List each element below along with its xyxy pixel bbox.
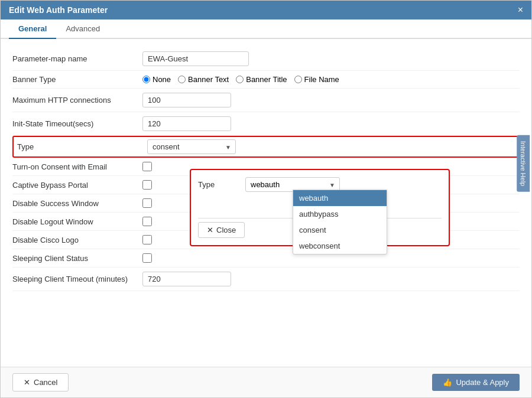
cancel-label: Cancel	[34, 378, 57, 387]
interactive-help-label[interactable]: Interactive Help	[517, 135, 530, 192]
disable-cisco-label: Disable Cisco Logo	[12, 236, 142, 244]
modal-title: Edit Web Auth Parameter	[9, 5, 108, 15]
type-select-wrapper: consent webauth authbypass webconsent ▼	[147, 139, 236, 154]
banner-type-row: Banner Type None Banner Text Banner Titl…	[12, 71, 520, 89]
radio-file-name[interactable]: File Name	[294, 75, 339, 84]
sleeping-client-timeout-input[interactable]	[142, 272, 231, 286]
disable-success-label: Disable Success Window	[12, 199, 142, 208]
banner-type-radio-group: None Banner Text Banner Title File Name	[142, 75, 339, 84]
popup-close-button[interactable]: ✕ Close	[198, 222, 245, 238]
tab-bar: General Advanced	[1, 19, 531, 39]
init-state-label: Init-State Timeout(secs)	[12, 119, 142, 128]
parameter-map-name-label: Parameter-map name	[12, 54, 142, 63]
disable-logout-checkbox[interactable]	[142, 217, 152, 226]
parameter-map-name-input[interactable]	[142, 51, 249, 66]
max-http-input[interactable]	[142, 93, 231, 107]
disable-success-checkbox[interactable]	[142, 198, 152, 208]
modal-body: Parameter-map name Banner Type None Bann…	[1, 39, 531, 367]
type-label: Type	[17, 142, 147, 151]
max-http-label: Maximum HTTP connections	[12, 96, 142, 105]
radio-none[interactable]: None	[142, 75, 171, 84]
sleeping-client-status-checkbox[interactable]	[142, 253, 152, 263]
turn-on-consent-checkbox[interactable]	[142, 162, 152, 171]
type-select[interactable]: consent webauth authbypass webconsent	[147, 139, 236, 154]
dropdown-option-webauth[interactable]: webauth	[293, 190, 387, 206]
tab-general[interactable]: General	[9, 19, 56, 39]
update-label: Update & Apply	[456, 378, 509, 387]
captive-bypass-label: Captive Bypass Portal	[12, 181, 142, 190]
dropdown-option-authbypass[interactable]: authbypass	[293, 206, 387, 222]
cancel-icon: ✕	[24, 378, 30, 387]
sleeping-client-status-row: Sleeping Client Status	[12, 249, 520, 267]
update-icon: 👍	[443, 378, 452, 387]
banner-type-label: Banner Type	[12, 75, 142, 84]
parameter-map-name-row: Parameter-map name	[12, 47, 520, 71]
dropdown-popup-label: Type	[198, 180, 245, 189]
turn-on-consent-label: Turn-on Consent with Email	[12, 162, 142, 171]
modal-close-button[interactable]: ×	[518, 5, 523, 15]
popup-dropdown-list: webauth authbypass consent webconsent	[293, 190, 387, 255]
radio-banner-title[interactable]: Banner Title	[236, 75, 287, 84]
popup-close-label: Close	[216, 226, 236, 234]
init-state-row: Init-State Timeout(secs)	[12, 112, 520, 136]
sleeping-client-timeout-label: Sleeping Client Timeout (minutes)	[12, 275, 142, 283]
interactive-help-tab[interactable]: Interactive Help	[495, 157, 531, 170]
popup-close-icon: ✕	[207, 226, 213, 234]
dropdown-option-webconsent[interactable]: webconsent	[293, 238, 387, 254]
sleeping-client-status-label: Sleeping Client Status	[12, 254, 142, 263]
disable-logout-label: Disable Logout Window	[12, 217, 142, 226]
tab-advanced[interactable]: Advanced	[56, 19, 109, 39]
type-row: Type consent webauth authbypass webconse…	[12, 136, 520, 158]
max-http-row: Maximum HTTP connections	[12, 89, 520, 112]
modal-container: Edit Web Auth Parameter × General Advanc…	[0, 0, 532, 398]
dropdown-popup: Type webauth authbypass consent webconse…	[190, 169, 450, 246]
update-apply-button[interactable]: 👍 Update & Apply	[432, 374, 520, 391]
cancel-button[interactable]: ✕ Cancel	[12, 373, 69, 392]
dropdown-option-consent[interactable]: consent	[293, 222, 387, 238]
captive-bypass-checkbox[interactable]	[142, 180, 152, 190]
radio-banner-text[interactable]: Banner Text	[178, 75, 229, 84]
modal-footer: ✕ Cancel 👍 Update & Apply	[1, 367, 531, 397]
init-state-input[interactable]	[142, 116, 231, 131]
sleeping-client-timeout-row: Sleeping Client Timeout (minutes)	[12, 267, 520, 291]
disable-cisco-checkbox[interactable]	[142, 235, 152, 244]
modal-header: Edit Web Auth Parameter ×	[1, 1, 531, 19]
